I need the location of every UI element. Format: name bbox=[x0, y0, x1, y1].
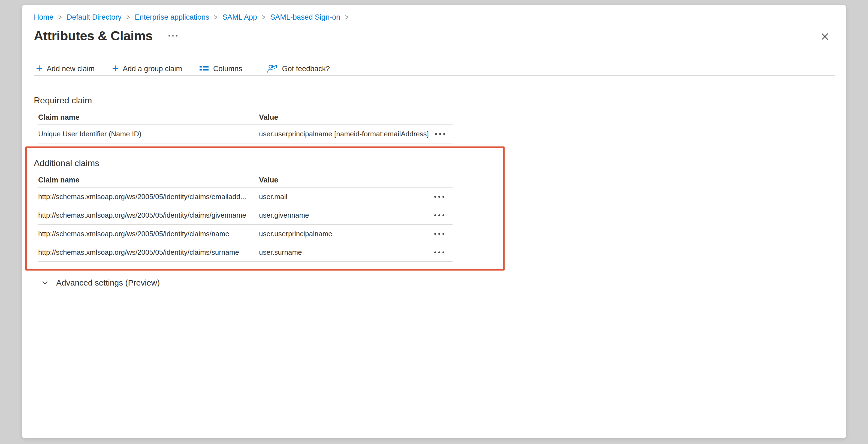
advanced-settings-toggle[interactable]: Advanced settings (Preview) bbox=[39, 276, 162, 289]
required-claim-section-title: Required claim bbox=[34, 95, 92, 106]
columns-label: Columns bbox=[213, 65, 242, 73]
add-new-claim-label: Add new claim bbox=[46, 65, 95, 73]
claim-name-cell: http://schemas.xmlsoap.org/ws/2005/05/id… bbox=[38, 193, 259, 201]
breadcrumb-link-home[interactable]: Home bbox=[34, 13, 54, 22]
required-claim-table: Claim name Value Unique User Identifier … bbox=[38, 110, 453, 144]
ellipsis-icon bbox=[434, 196, 436, 198]
command-bar: + Add new claim + Add a group claim Colu… bbox=[35, 62, 331, 76]
claim-value-cell: user.givenname bbox=[259, 211, 428, 219]
page-background: Home > Default Directory > Enterprise ap… bbox=[0, 0, 868, 444]
columns-icon bbox=[199, 65, 209, 72]
column-header-value: Value bbox=[259, 113, 428, 122]
row-actions-button[interactable] bbox=[432, 248, 453, 257]
breadcrumb-link-default-directory[interactable]: Default Directory bbox=[67, 13, 122, 22]
got-feedback-label: Got feedback? bbox=[282, 65, 330, 73]
got-feedback-button[interactable]: Got feedback? bbox=[266, 62, 331, 76]
toolbar-divider bbox=[34, 75, 835, 76]
close-icon bbox=[820, 31, 830, 42]
row-actions-button[interactable] bbox=[432, 211, 453, 220]
additional-claims-section-title: Additional claims bbox=[34, 158, 99, 168]
table-header-row: Claim name Value bbox=[38, 110, 453, 125]
plus-icon: + bbox=[112, 64, 118, 72]
add-group-claim-label: Add a group claim bbox=[123, 65, 182, 73]
ellipsis-icon bbox=[168, 35, 170, 36]
claim-name-cell: http://schemas.xmlsoap.org/ws/2005/05/id… bbox=[38, 248, 259, 257]
row-actions-button[interactable] bbox=[432, 229, 453, 239]
table-row[interactable]: http://schemas.xmlsoap.org/ws/2005/05/id… bbox=[38, 243, 453, 262]
add-new-claim-button[interactable]: + Add new claim bbox=[35, 63, 96, 75]
claim-name-cell: http://schemas.xmlsoap.org/ws/2005/05/id… bbox=[38, 230, 259, 238]
claim-value-cell: user.surname bbox=[259, 248, 428, 257]
table-row[interactable]: http://schemas.xmlsoap.org/ws/2005/05/id… bbox=[38, 206, 453, 225]
column-header-value: Value bbox=[259, 176, 428, 184]
ellipsis-icon bbox=[434, 251, 436, 254]
breadcrumb-separator: > bbox=[345, 13, 348, 22]
add-group-claim-button[interactable]: + Add a group claim bbox=[111, 63, 183, 75]
toolbar-separator bbox=[256, 63, 256, 74]
breadcrumb: Home > Default Directory > Enterprise ap… bbox=[34, 13, 353, 22]
table-row[interactable]: Unique User Identifier (Name ID) user.us… bbox=[38, 125, 453, 144]
row-actions-button[interactable] bbox=[433, 129, 453, 139]
table-header-row: Claim name Value bbox=[38, 173, 453, 188]
breadcrumb-link-saml-app[interactable]: SAML App bbox=[222, 13, 257, 22]
breadcrumb-separator: > bbox=[214, 13, 218, 22]
additional-claims-table: Claim name Value http://schemas.xmlsoap.… bbox=[38, 173, 453, 262]
ellipsis-icon bbox=[434, 233, 436, 235]
breadcrumb-separator: > bbox=[58, 13, 62, 22]
feedback-icon bbox=[267, 63, 278, 74]
claim-value-cell: user.userprincipalname bbox=[259, 230, 428, 238]
claim-name-cell: Unique User Identifier (Name ID) bbox=[38, 130, 259, 138]
breadcrumb-link-saml-based-sign-on[interactable]: SAML-based Sign-on bbox=[270, 13, 340, 22]
columns-button[interactable]: Columns bbox=[198, 63, 243, 75]
table-row[interactable]: http://schemas.xmlsoap.org/ws/2005/05/id… bbox=[38, 188, 453, 206]
attributes-claims-panel: Home > Default Directory > Enterprise ap… bbox=[22, 5, 846, 438]
plus-icon: + bbox=[36, 64, 42, 72]
claim-value-cell: user.mail bbox=[259, 193, 428, 201]
page-title: Attributes & Claims bbox=[34, 28, 153, 43]
column-header-claim-name: Claim name bbox=[38, 113, 259, 122]
claim-value-cell: user.userprincipalname [nameid-format:em… bbox=[259, 130, 429, 138]
ellipsis-icon bbox=[435, 133, 437, 135]
ellipsis-icon bbox=[434, 214, 436, 216]
table-row[interactable]: http://schemas.xmlsoap.org/ws/2005/05/id… bbox=[38, 225, 453, 243]
close-button[interactable] bbox=[818, 30, 832, 43]
advanced-settings-label: Advanced settings (Preview) bbox=[56, 278, 160, 288]
breadcrumb-separator: > bbox=[262, 13, 265, 22]
title-row: Attributes & Claims bbox=[34, 28, 179, 43]
breadcrumb-separator: > bbox=[126, 13, 130, 22]
claim-name-cell: http://schemas.xmlsoap.org/ws/2005/05/id… bbox=[38, 211, 259, 219]
chevron-down-icon bbox=[41, 279, 49, 287]
row-actions-button[interactable] bbox=[432, 192, 453, 202]
column-header-claim-name: Claim name bbox=[38, 176, 259, 184]
breadcrumb-link-enterprise-applications[interactable]: Enterprise applications bbox=[135, 13, 209, 22]
title-context-menu-button[interactable] bbox=[167, 32, 179, 39]
